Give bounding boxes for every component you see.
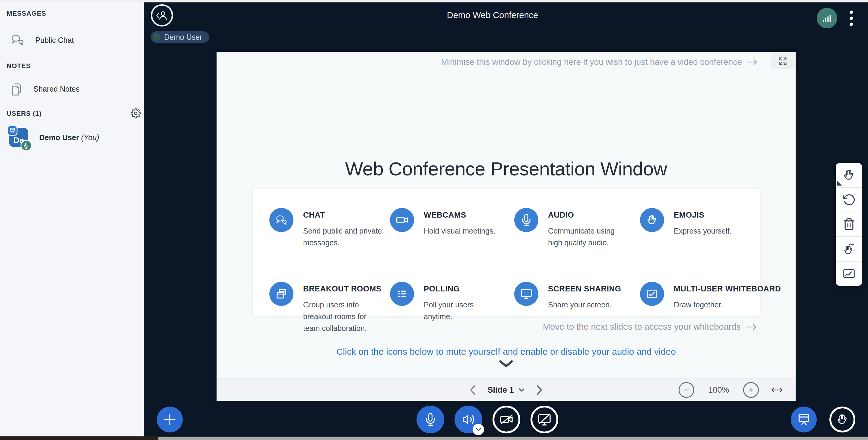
feature-polling: POLLING Poll your users anytime. [390,282,514,334]
options-menu-button[interactable] [847,9,855,27]
raised-hand-icon [640,208,664,232]
sidebar-item-shared-notes[interactable]: Shared Notes [0,79,144,98]
screenshare-off-icon [537,412,552,427]
feature-title: AUDIO [548,210,628,220]
arrow-right-icon [746,58,758,66]
webcam-user-label: Demo User [164,33,202,42]
leave-audio-button[interactable] [455,406,482,433]
signal-bars-icon [822,13,832,23]
feature-title: CHAT [303,210,383,220]
microphone-badge-icon [21,140,32,151]
shared-notes-icon [10,82,23,96]
feature-breakout-rooms: BREAKOUT ROOMS Group users into breakout… [269,282,390,334]
zoom-in-button[interactable] [743,382,759,398]
screen-sharing-icon [514,282,538,306]
feature-card: CHAT Send public and private messages. W… [253,189,760,316]
feature-description: Communicate using high quality audio. [548,225,628,249]
presentation-window: Minimise this window by clicking here if… [217,52,796,401]
presenter-badge-icon [7,125,18,136]
next-slide-button[interactable] [536,385,543,395]
user-camera-collapse-button[interactable] [151,4,173,27]
minimise-presentation-hint[interactable]: Minimise this window by clicking here if… [441,57,758,67]
whiteboard-hint-text: Move to the next slides to access your w… [543,322,741,332]
presentation-board-icon [797,413,810,426]
users-header: USERS (1) [7,110,42,117]
minimise-hint-text: Minimise this window by clicking here if… [441,57,742,67]
actions-plus-button[interactable] [157,407,183,433]
feature-title: EMOJIS [674,210,732,220]
whiteboard-hint: Move to the next slides to access your w… [543,322,757,332]
feature-title: POLLING [424,284,504,294]
restore-presentation-button[interactable] [791,407,817,433]
page-title: Demo Web Conference [447,10,538,20]
share-screen-button[interactable] [530,406,558,433]
breakout-rooms-icon [269,282,293,306]
kebab-dot [849,10,853,14]
web-conference-app: MESSAGES Public Chat NOTES Shared Notes … [0,0,868,440]
user-you-suffix: (You) [81,133,99,142]
chevron-down-icon [499,360,513,368]
connection-status-button[interactable] [817,8,837,28]
whiteboard-toolbar [836,163,862,286]
notes-header: NOTES [7,62,31,70]
feature-description: Express yourself. [674,225,732,237]
sidebar-item-label: Public Chat [35,36,74,44]
talking-indicator-dot [153,33,160,41]
sidebar: MESSAGES Public Chat NOTES Shared Notes … [0,2,144,436]
feature-description: Send public and private messages. [303,225,383,249]
feature-chat: CHAT Send public and private messages. [269,208,390,282]
polling-icon [390,282,414,306]
webcam-user-pill[interactable]: Demo User [151,31,209,43]
feature-description: Group users into breakout rooms for team… [303,299,383,334]
zoom-level-value: 100% [706,385,732,395]
zoom-out-button[interactable] [679,382,694,398]
user-list-item[interactable]: De Demo User (You) [0,128,144,147]
plus-icon [163,413,177,427]
previous-slide-button[interactable] [469,385,476,395]
kebab-dot [849,23,853,26]
feature-title: BREAKOUT ROOMS [303,284,383,294]
palm-hand-tool-button[interactable] [836,163,862,187]
slide-navigation: Slide 1 [469,379,542,401]
mute-microphone-button[interactable] [416,406,444,433]
raised-hand-icon [836,413,849,426]
multi-user-whiteboard-button[interactable] [836,236,862,261]
zoom-controls: 100% [679,379,783,401]
smart-slide-button[interactable] [836,261,862,286]
speaker-icon [461,413,475,427]
raise-hand-button[interactable] [829,407,855,433]
sidebar-item-public-chat[interactable]: Public Chat [0,31,144,49]
window-top-edge [0,0,868,2]
mute-hint: Click on the icons below to mute yoursel… [217,346,796,357]
fit-to-width-icon[interactable] [770,386,783,394]
manage-users-gear-icon[interactable] [131,108,142,119]
slide-control-bar: Slide 1 100% [217,378,796,401]
feature-title: WEBCAMS [424,210,496,220]
feature-description: Share your screen. [548,299,621,311]
sidebar-item-label: Shared Notes [33,85,80,94]
user-name: Demo User (You) [39,133,99,142]
messages-header: MESSAGES [7,10,46,18]
undo-annotation-button[interactable] [836,187,862,212]
share-webcam-button[interactable] [493,406,520,433]
person-chevron-icon [155,10,168,21]
clear-annotations-button[interactable] [836,212,862,237]
feature-audio: AUDIO Communicate using high quality aud… [514,208,640,282]
fullscreen-button[interactable] [771,53,795,69]
slide-heading: Web Conference Presentation Window [217,158,796,180]
feature-emojis: EMOJIS Express yourself. [640,208,781,282]
avatar: De [9,128,28,147]
arrow-right-icon [746,323,757,331]
audio-options-chevron-icon[interactable] [473,424,484,435]
chat-icon [10,34,25,46]
background-window-edge [0,436,868,440]
microphone-icon [514,208,538,232]
slide-select-dropdown[interactable]: Slide 1 [487,385,525,395]
expand-icon [777,56,788,66]
chevron-down-icon [519,388,525,392]
feature-description: Draw together. [674,299,754,311]
chat-icon [269,208,293,232]
feature-webcams: WEBCAMS Hold visual meetings. [390,208,514,282]
tool-options-corner-icon [837,181,842,185]
feature-description: Poll your users anytime. [424,299,504,323]
